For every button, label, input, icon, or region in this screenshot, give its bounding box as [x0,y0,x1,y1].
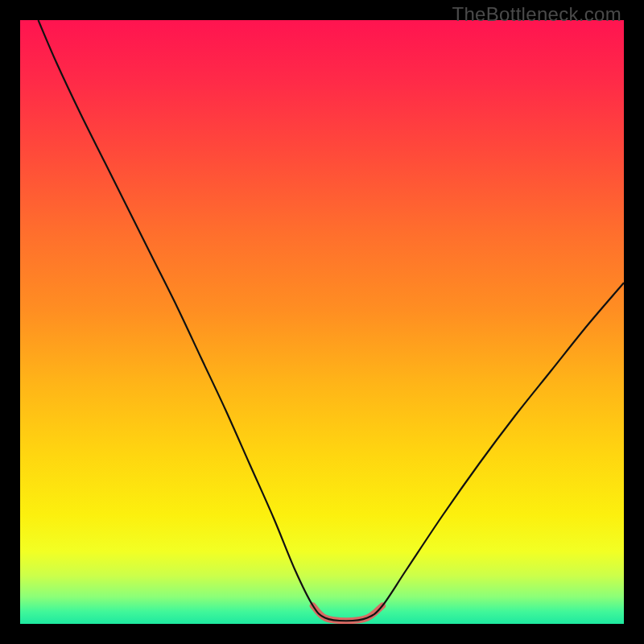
curve-overlay [20,20,624,624]
watermark-text: TheBottleneck.com [452,3,621,26]
chart-frame: TheBottleneck.com [0,0,644,644]
bottleneck-curve [39,20,625,621]
optimal-band [313,606,382,621]
plot-area [20,20,624,624]
